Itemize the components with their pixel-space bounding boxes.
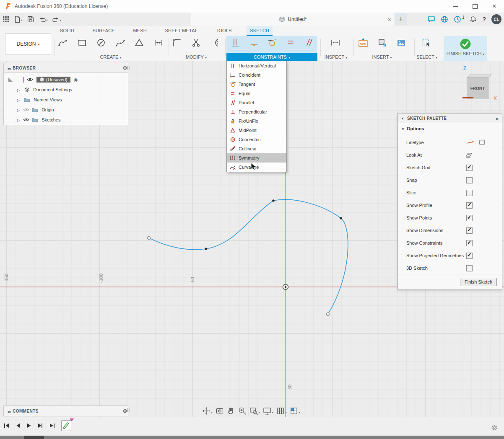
fillet-tool-button[interactable] xyxy=(172,38,182,48)
sketch-palette-header[interactable]: SKETCH PALETTE xyxy=(398,114,502,123)
browser-root-row[interactable]: (Unsaved) xyxy=(4,75,128,85)
constraints-group-dropdown[interactable]: CONSTRAINTS xyxy=(226,53,317,61)
orbit-button[interactable] xyxy=(202,407,213,415)
preferences-gear-button[interactable] xyxy=(491,424,498,431)
tab-mesh[interactable]: MESH xyxy=(130,26,150,36)
modify-group-dropdown[interactable]: MODIFY xyxy=(169,54,224,59)
show-profile-checkbox[interactable] xyxy=(466,202,473,209)
select-group-dropdown[interactable]: SELECT xyxy=(414,54,439,59)
step-forward-button[interactable] xyxy=(37,422,44,429)
menu-item-parallel[interactable]: Parallel xyxy=(227,98,286,107)
slot-tool-button[interactable] xyxy=(153,38,164,48)
go-to-start-button[interactable] xyxy=(3,422,10,429)
tangent-constraint-button[interactable] xyxy=(268,38,277,47)
spline-tool-button[interactable] xyxy=(115,38,125,48)
user-avatar[interactable]: CL xyxy=(491,14,501,24)
workspace-selector[interactable]: DESIGN xyxy=(5,34,51,54)
menu-item-equal[interactable]: Equal xyxy=(227,89,286,98)
redo-button[interactable] xyxy=(52,15,61,23)
web-globe-button[interactable] xyxy=(441,15,448,23)
collapse-browser-icon[interactable] xyxy=(7,66,10,70)
close-button[interactable] xyxy=(485,0,504,13)
inspect-group-dropdown[interactable]: INSPECT xyxy=(320,54,351,59)
spline-fit-point[interactable] xyxy=(272,199,275,202)
insert-group-dropdown[interactable]: INSERT xyxy=(356,54,408,59)
undo-button[interactable] xyxy=(39,15,48,23)
circle-tool-button[interactable] xyxy=(96,38,106,48)
show-points-checkbox[interactable] xyxy=(466,215,473,221)
show-projected-checkbox[interactable] xyxy=(466,253,473,259)
tab-sketch[interactable]: SKETCH xyxy=(247,26,273,36)
coincident-constraint-button[interactable] xyxy=(249,38,259,47)
linetype-construction-button[interactable] xyxy=(479,139,485,145)
finish-sketch-palette-button[interactable]: Finish Sketch xyxy=(460,278,497,286)
notifications-bell-button[interactable] xyxy=(470,16,477,23)
timeline-sketch-feature[interactable] xyxy=(61,420,71,431)
tab-tools[interactable]: TOOLS xyxy=(213,26,235,36)
menu-item-fix-unfix[interactable]: Fix/UnFix xyxy=(227,116,286,126)
display-settings-button[interactable] xyxy=(263,407,273,415)
zoom-window-button[interactable] xyxy=(249,407,260,415)
menu-item-symmetry[interactable]: Symmetry xyxy=(227,153,286,163)
expand-caret-icon[interactable] xyxy=(17,87,20,92)
file-menu-button[interactable] xyxy=(13,15,23,23)
expand-caret-icon[interactable] xyxy=(17,117,20,122)
equal-constraint-button[interactable] xyxy=(286,38,295,47)
menu-item-collinear[interactable]: Collinear xyxy=(227,144,286,153)
menu-item-horizontal-vertical[interactable]: Horizontal/Vertical xyxy=(227,61,286,70)
options-section-header[interactable]: Options xyxy=(401,126,424,131)
browser-header[interactable]: BROWSER xyxy=(4,63,128,73)
insert-mesh-button[interactable] xyxy=(377,38,387,48)
add-comment-icon[interactable] xyxy=(123,408,127,413)
document-tab[interactable]: Untitled* xyxy=(191,13,395,26)
select-tool-button[interactable] xyxy=(421,38,431,48)
viewcube[interactable]: Z FRONT X xyxy=(459,64,501,103)
slice-checkbox[interactable] xyxy=(466,190,473,196)
comments-panel[interactable]: COMMENTS xyxy=(3,405,128,416)
viewports-button[interactable] xyxy=(290,407,300,415)
show-constraints-checkbox[interactable] xyxy=(466,240,473,246)
visibility-off-eye-icon[interactable] xyxy=(23,107,29,112)
pan-hand-button[interactable] xyxy=(227,407,235,415)
new-tab-button[interactable] xyxy=(395,13,407,25)
app-grid-icon[interactable] xyxy=(3,16,9,23)
menu-item-tangent[interactable]: Tangent xyxy=(227,80,286,89)
browser-resize-handle[interactable] xyxy=(127,66,130,70)
activate-component-icon[interactable] xyxy=(74,77,78,82)
browser-minimize-icon[interactable] xyxy=(123,65,127,70)
job-status-button[interactable]: 1 xyxy=(454,15,465,23)
visibility-eye-icon[interactable] xyxy=(23,117,29,122)
insert-svg-button[interactable]: SVG xyxy=(358,38,369,48)
tab-solid[interactable]: SOLID xyxy=(57,26,78,36)
spline-curve[interactable] xyxy=(149,199,348,314)
tab-sheet-metal[interactable]: SHEET METAL xyxy=(161,26,201,36)
measure-tool-button[interactable] xyxy=(330,38,340,48)
browser-row-sketches[interactable]: Sketches xyxy=(4,115,128,125)
tab-close-button[interactable] xyxy=(388,16,391,23)
comments-resize-handle[interactable] xyxy=(127,408,130,412)
insert-image-button[interactable] xyxy=(396,38,406,48)
step-back-button[interactable] xyxy=(15,422,21,429)
go-to-end-button[interactable] xyxy=(49,422,55,429)
look-at-button[interactable] xyxy=(216,407,224,415)
viewcube-front-face[interactable]: FRONT xyxy=(467,77,488,99)
browser-row-document-settings[interactable]: Document Settings xyxy=(4,85,128,95)
comments-bubble-button[interactable] xyxy=(428,15,435,23)
look-at-button[interactable] xyxy=(465,152,473,158)
finish-sketch-button[interactable]: FINISH SKETCH xyxy=(444,36,487,61)
palette-collapse-icon[interactable] xyxy=(496,116,498,121)
collapse-comments-icon[interactable] xyxy=(7,409,10,413)
parallel-constraint-button[interactable] xyxy=(304,38,313,47)
menu-item-concentric[interactable]: Concentric xyxy=(227,135,286,144)
offset-tool-button[interactable] xyxy=(210,38,221,48)
timeline-marker-flag[interactable] xyxy=(70,418,74,421)
browser-row-named-views[interactable]: Named Views xyxy=(4,95,128,105)
play-button[interactable] xyxy=(26,422,32,429)
expand-caret-icon[interactable] xyxy=(17,107,20,112)
snap-checkbox[interactable] xyxy=(466,177,473,183)
grid-snap-button[interactable] xyxy=(276,407,287,415)
menu-item-midpoint[interactable]: MidPoint xyxy=(227,126,286,135)
spline-fit-point[interactable] xyxy=(340,217,342,220)
spline-endpoint[interactable] xyxy=(148,237,151,240)
menu-item-perpendicular[interactable]: Perpendicular xyxy=(227,107,286,116)
